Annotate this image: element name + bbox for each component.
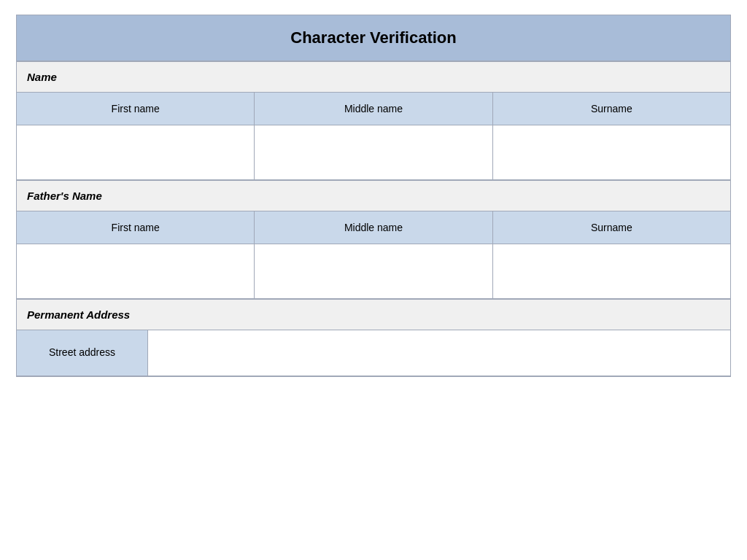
name-firstname-input-cell [17, 125, 255, 179]
name-fields-input-row [17, 125, 730, 180]
fathers-surname-input[interactable] [500, 265, 723, 277]
fathers-middlename-input[interactable] [262, 265, 484, 277]
name-middlename-input[interactable] [262, 147, 484, 158]
name-surname-header: Surname [493, 93, 730, 125]
fathers-middlename-header: Middle name [255, 211, 492, 244]
street-address-row: Street address [17, 330, 730, 376]
name-fields-header-row: First name Middle name Surname [17, 93, 730, 125]
name-middlename-input-cell [255, 125, 492, 179]
fathers-name-section-header: Father's Name [17, 180, 730, 211]
street-address-input[interactable] [155, 347, 723, 359]
fathers-name-fields-header-row: First name Middle name Surname [17, 211, 730, 244]
form-title: Character Verification [17, 15, 730, 61]
name-firstname-header: First name [17, 93, 255, 125]
street-address-input-cell [148, 330, 730, 376]
name-section-header: Name [17, 61, 730, 93]
fathers-firstname-input[interactable] [24, 265, 247, 277]
permanent-address-section-header: Permanent Address [17, 299, 730, 330]
fathers-name-fields-input-row [17, 244, 730, 299]
name-middlename-header: Middle name [255, 93, 492, 125]
fathers-firstname-header: First name [17, 211, 255, 244]
street-address-label: Street address [17, 330, 148, 376]
fathers-firstname-input-cell [17, 244, 255, 298]
name-firstname-input[interactable] [24, 147, 247, 158]
fathers-middlename-input-cell [255, 244, 492, 298]
name-surname-input[interactable] [500, 147, 723, 158]
name-surname-input-cell [493, 125, 730, 179]
fathers-surname-header: Surname [493, 211, 730, 244]
form-container: Character Verification Name First name M… [16, 15, 731, 377]
fathers-surname-input-cell [493, 244, 730, 298]
